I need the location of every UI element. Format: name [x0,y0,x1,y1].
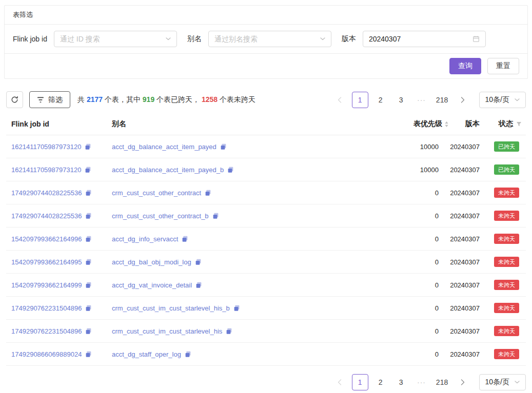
pagination-page-2[interactable]: 2 [372,92,389,108]
alias-label: 别名 [187,34,202,44]
copy-icon[interactable] [195,282,202,288]
pagination-page-2[interactable]: 2 [372,374,389,390]
copy-icon[interactable] [85,328,92,335]
table-row: 1621411705987973120 acct_dg_balance_acct… [6,135,526,158]
column-filter-icon[interactable] [516,121,522,127]
copy-icon[interactable] [85,236,92,242]
pagination-prev[interactable] [331,374,348,390]
pagination-page-3[interactable]: 3 [393,374,409,390]
copy-icon[interactable] [182,236,188,242]
flink-job-id-link[interactable]: 1621411705987973120 [11,166,81,174]
priority-value: 0 [359,350,449,358]
flink-job-id-link[interactable]: 1749290744028225536 [11,189,82,197]
copy-icon[interactable] [85,259,92,265]
copy-icon[interactable] [233,305,240,312]
pagination-next[interactable] [455,374,471,390]
alias-link[interactable]: crm_cust_cust_other_contract_b [112,212,209,220]
pagination-ellipsis[interactable]: ··· [413,374,430,390]
filter-button[interactable]: 筛选 [29,91,70,108]
page-size-label: 10条/页 [485,95,509,105]
alias-select[interactable] [208,31,331,47]
pagination-page-1[interactable]: 1 [352,374,368,390]
copy-icon[interactable] [226,328,232,335]
refresh-button[interactable] [6,91,23,108]
table-row: 1749290744028225536 crm_cust_cust_other_… [6,181,526,204]
flink-job-id-link[interactable]: 1749290866069889024 [11,350,82,358]
copy-icon[interactable] [220,143,227,150]
version-value: 20240307 [449,143,482,151]
table-row: 1542097993662164995 acct_dg_bal_obj_modi… [6,251,526,274]
pagination-ellipsis[interactable]: ··· [413,92,430,108]
copy-icon[interactable] [85,190,92,196]
alias-link[interactable]: acct_dg_info_servacct [112,235,178,243]
status-badge: 未跨天 [494,257,519,267]
status-badge: 未跨天 [494,234,519,244]
flink-job-id-link[interactable]: 1542097993662164996 [11,235,82,243]
copy-icon[interactable] [85,167,91,173]
alias-link[interactable]: acct_dg_bal_obj_modi_log [112,258,191,266]
column-header-priority[interactable]: 表优先级 [359,119,449,129]
copy-icon[interactable] [212,213,219,219]
pagination-page-1[interactable]: 1 [352,92,368,108]
copy-icon[interactable] [85,282,92,288]
alias-link[interactable]: acct_dg_balance_acct_item_payed_b [112,166,224,174]
alias-link[interactable]: crm_cust_cust_other_contract [112,189,201,197]
flink-job-id-label: Flink job id [13,35,47,43]
sorter-icon[interactable] [444,121,449,128]
pagination-page-218[interactable]: 218 [434,374,450,390]
copy-icon[interactable] [85,305,92,312]
version-value: 20240307 [449,235,482,243]
table-row: 1542097993662164999 acct_dg_vat_invoice_… [6,274,526,297]
filter-card: 表筛选 Flink job id 别名 [4,5,528,79]
chevron-down-icon [515,98,520,101]
column-header-version: 版本 [449,119,482,129]
flink-job-id-link[interactable]: 1542097993662164995 [11,258,82,266]
flink-job-id-link[interactable]: 1621411705987973120 [11,143,81,151]
flink-job-id-link[interactable]: 1542097993662164999 [11,281,82,289]
alias-link[interactable]: crm_cust_cust_im_cust_starlevel_his_b [112,304,230,312]
total-count: 2177 [87,95,103,104]
chevron-down-icon [166,37,171,40]
version-date-picker[interactable] [363,31,486,47]
crossed-count: 919 [143,95,154,104]
column-header-flink-job-id: Flink job id [6,120,107,128]
flink-job-id-input[interactable] [54,35,166,43]
flink-job-id-link[interactable]: 1749290744028225536 [11,212,82,220]
alias-link[interactable]: acct_dg_staff_oper_log [112,350,181,358]
version-input[interactable] [363,35,472,43]
copy-icon[interactable] [85,143,91,150]
pagination-bottom: 1 2 3 ··· 218 10条/页 [331,374,526,390]
query-button[interactable]: 查询 [449,58,481,74]
copy-icon[interactable] [185,351,191,358]
version-value: 20240307 [449,304,482,312]
alias-link[interactable]: crm_cust_cust_im_cust_starlevel_his [112,327,222,335]
filter-actions-row: 查询 重置 [5,54,527,78]
copy-icon[interactable] [227,167,234,173]
version-value: 20240307 [449,258,482,266]
filter-lines-icon [37,97,44,103]
chevron-down-icon [515,381,520,384]
copy-icon[interactable] [195,259,202,265]
priority-value: 0 [359,212,449,220]
pagination-page-3[interactable]: 3 [393,92,409,108]
pagination-page-218[interactable]: 218 [434,92,450,108]
copy-icon[interactable] [85,351,92,358]
copy-icon[interactable] [205,190,211,196]
toolbar: 筛选 共 2177 个表，其中 919 个表已跨天， 1258 个表未跨天 1 … [6,91,526,108]
pagination-prev[interactable] [331,92,348,108]
version-value: 20240307 [449,212,482,220]
reset-button[interactable]: 重置 [487,58,519,74]
page-size-select[interactable]: 10条/页 [479,374,526,390]
alias-link[interactable]: acct_dg_vat_invoice_detail [112,281,192,289]
copy-icon[interactable] [85,213,92,219]
alias-link[interactable]: acct_dg_balance_acct_item_payed [112,143,216,151]
calendar-icon [472,35,480,43]
page-size-select[interactable]: 10条/页 [479,92,526,108]
flink-job-id-link[interactable]: 1749290762231504896 [11,327,82,335]
flink-job-id-link[interactable]: 1749290762231504896 [11,304,82,312]
filter-button-label: 筛选 [48,95,63,105]
alias-input[interactable] [209,35,320,43]
pagination-next[interactable] [455,92,471,108]
table-body: 1621411705987973120 acct_dg_balance_acct… [6,135,526,366]
flink-job-id-select[interactable] [54,31,177,47]
